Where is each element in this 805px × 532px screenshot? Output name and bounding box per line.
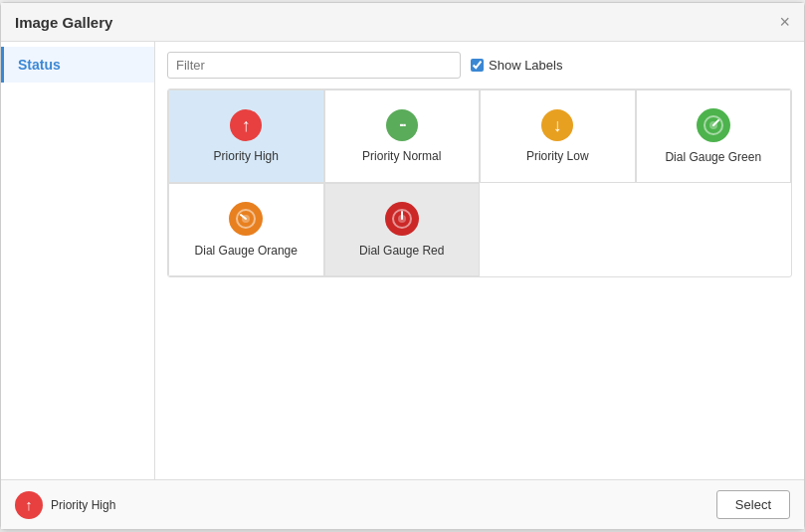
- dial-gauge-red-icon: [385, 202, 419, 236]
- filter-input[interactable]: [167, 52, 461, 79]
- footer-preview-label: Priority High: [51, 498, 115, 512]
- footer: ↑ Priority High Select: [1, 479, 804, 529]
- footer-preview: ↑ Priority High: [15, 491, 115, 519]
- show-labels-label[interactable]: Show Labels: [471, 58, 562, 73]
- priority-normal-icon: ···: [386, 109, 418, 141]
- priority-low-icon: ↓: [541, 109, 573, 141]
- sidebar: Status: [1, 42, 155, 479]
- dial-gauge-orange-label: Dial Gauge Orange: [195, 244, 298, 258]
- dial-gauge-red-label: Dial Gauge Red: [359, 244, 444, 258]
- dialog-title: Image Gallery: [15, 14, 112, 31]
- gallery-item-priority-normal[interactable]: ··· Priority Normal: [324, 89, 481, 183]
- gallery-item-priority-high[interactable]: ↑ Priority High: [168, 89, 324, 183]
- gallery-item-dial-gauge-red[interactable]: Dial Gauge Red: [324, 183, 481, 276]
- gallery-item-dial-gauge-orange[interactable]: Dial Gauge Orange: [168, 183, 324, 276]
- gallery-item-dial-gauge-green[interactable]: Dial Gauge Green: [636, 89, 792, 183]
- dialog-body: Status Show Labels ↑ Priority: [1, 42, 804, 479]
- show-labels-text: Show Labels: [489, 58, 562, 73]
- priority-low-label: Priority Low: [526, 149, 589, 163]
- gallery-grid: ↑ Priority High ··· Priority Normal ↓: [167, 89, 792, 277]
- dial-gauge-orange-icon: [229, 202, 263, 236]
- image-gallery-dialog: Image Gallery × Status Show Labels: [0, 2, 805, 530]
- close-button[interactable]: ×: [779, 13, 790, 31]
- dial-gauge-green-label: Dial Gauge Green: [665, 150, 761, 164]
- select-button[interactable]: Select: [716, 490, 790, 519]
- priority-high-icon: ↑: [230, 109, 262, 141]
- priority-high-label: Priority High: [214, 149, 279, 163]
- gallery-item-priority-low[interactable]: ↓ Priority Low: [480, 89, 636, 183]
- main-area: Show Labels ↑ Priority High ··· Pr: [155, 42, 804, 479]
- dialog-header: Image Gallery ×: [1, 3, 804, 42]
- toolbar: Show Labels: [167, 52, 792, 79]
- dial-gauge-green-icon: [697, 108, 730, 142]
- priority-normal-label: Priority Normal: [362, 149, 441, 163]
- show-labels-checkbox[interactable]: [471, 59, 484, 72]
- sidebar-item-label: Status: [18, 57, 61, 73]
- footer-preview-icon: ↑: [15, 491, 43, 519]
- sidebar-item-status[interactable]: Status: [1, 47, 154, 83]
